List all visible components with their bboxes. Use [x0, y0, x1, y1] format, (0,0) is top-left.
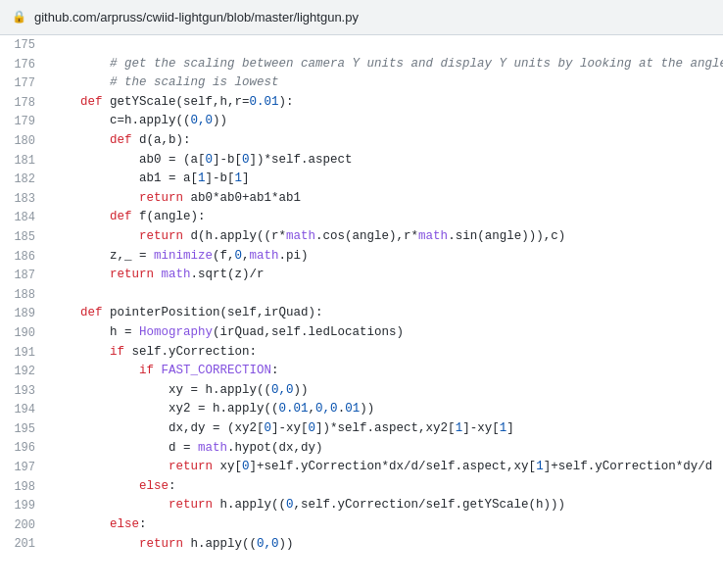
table-row: 187 return math.sqrt(z)/r — [0, 266, 723, 285]
line-content: d = math.hypot(dx,dy) — [47, 438, 723, 458]
table-row: 196 d = math.hypot(dx,dy) — [0, 438, 723, 458]
table-row: 192 if FAST_CORRECTION: — [0, 362, 723, 381]
line-content: return ab0*ab0+ab1*ab1 — [47, 189, 723, 209]
line-number: 179 — [0, 112, 47, 131]
line-number: 189 — [0, 304, 47, 323]
table-row: 201 return h.apply((0,0)) — [0, 534, 723, 554]
line-number: 180 — [0, 131, 47, 151]
line-content: # the scaling is lowest — [47, 74, 723, 93]
line-number: 197 — [0, 458, 47, 477]
url-bar[interactable]: github.com/arpruss/cwiid-lightgun/blob/m… — [34, 10, 359, 24]
line-content: dx,dy = (xy2[0]-xy[0])*self.aspect,xy2[1… — [47, 419, 723, 439]
table-row: 193 xy = h.apply((0,0)) — [0, 381, 723, 401]
table-row: 183 return ab0*ab0+ab1*ab1 — [0, 189, 723, 209]
line-content: return math.sqrt(z)/r — [47, 266, 723, 285]
line-number: 196 — [0, 438, 47, 458]
table-row: 190 h = Homography(irQuad,self.ledLocati… — [0, 323, 723, 343]
line-number: 182 — [0, 170, 47, 189]
table-row: 181 ab0 = (a[0]-b[0])*self.aspect — [0, 151, 723, 171]
table-row: 195 dx,dy = (xy2[0]-xy[0])*self.aspect,x… — [0, 419, 723, 439]
line-number: 195 — [0, 419, 47, 439]
line-content: z,_ = minimize(f,0,math.pi) — [47, 247, 723, 267]
line-content: if FAST_CORRECTION: — [47, 362, 723, 381]
line-content: c=h.apply((0,0)) — [47, 112, 723, 131]
line-number: 181 — [0, 151, 47, 171]
table-row: 186 z,_ = minimize(f,0,math.pi) — [0, 247, 723, 267]
table-row: 189 def pointerPosition(self,irQuad): — [0, 304, 723, 323]
line-number: 175 — [0, 35, 47, 55]
line-content — [47, 285, 723, 305]
table-row: 179 c=h.apply((0,0)) — [0, 112, 723, 131]
line-number: 199 — [0, 496, 47, 515]
line-content: # get the scaling between camera Y units… — [47, 55, 723, 74]
lock-icon: 🔒 — [12, 10, 26, 24]
line-number: 188 — [0, 285, 47, 305]
table-row: 185 return d(h.apply((r*math.cos(angle),… — [0, 227, 723, 247]
line-number: 178 — [0, 93, 47, 113]
code-table: 175176 # get the scaling between camera … — [0, 35, 723, 554]
line-number: 185 — [0, 227, 47, 247]
line-number: 193 — [0, 381, 47, 401]
line-content: xy = h.apply((0,0)) — [47, 381, 723, 401]
line-content: def pointerPosition(self,irQuad): — [47, 304, 723, 323]
table-row: 178 def getYScale(self,h,r=0.01): — [0, 93, 723, 113]
line-content: return d(h.apply((r*math.cos(angle),r*ma… — [47, 227, 723, 247]
table-row: 188 — [0, 285, 723, 305]
line-number: 198 — [0, 477, 47, 497]
line-content: ab1 = a[1]-b[1] — [47, 170, 723, 189]
line-number: 176 — [0, 55, 47, 74]
table-row: 176 # get the scaling between camera Y u… — [0, 55, 723, 74]
line-number: 187 — [0, 266, 47, 285]
table-row: 191 if self.yCorrection: — [0, 343, 723, 363]
table-row: 182 ab1 = a[1]-b[1] — [0, 170, 723, 189]
line-content: return h.apply((0,self.yCorrection/self.… — [47, 496, 723, 515]
line-number: 200 — [0, 515, 47, 535]
line-content: def f(angle): — [47, 208, 723, 227]
line-number: 184 — [0, 208, 47, 227]
line-content: if self.yCorrection: — [47, 343, 723, 363]
line-content: return xy[0]+self.yCorrection*dx/d/self.… — [47, 458, 723, 477]
line-number: 177 — [0, 74, 47, 93]
table-row: 177 # the scaling is lowest — [0, 74, 723, 93]
line-content: def getYScale(self,h,r=0.01): — [47, 93, 723, 113]
line-number: 186 — [0, 247, 47, 267]
table-row: 197 return xy[0]+self.yCorrection*dx/d/s… — [0, 458, 723, 477]
table-row: 180 def d(a,b): — [0, 131, 723, 151]
line-content: else: — [47, 515, 723, 535]
table-row: 175 — [0, 35, 723, 55]
line-number: 192 — [0, 362, 47, 381]
line-number: 190 — [0, 323, 47, 343]
table-row: 200 else: — [0, 515, 723, 535]
browser-bar: 🔒 github.com/arpruss/cwiid-lightgun/blob… — [0, 0, 723, 35]
line-content: xy2 = h.apply((0.01,0,0.01)) — [47, 400, 723, 419]
table-row: 198 else: — [0, 477, 723, 497]
line-content: def d(a,b): — [47, 131, 723, 151]
line-content: h = Homography(irQuad,self.ledLocations) — [47, 323, 723, 343]
table-row: 199 return h.apply((0,self.yCorrection/s… — [0, 496, 723, 515]
code-container: 175176 # get the scaling between camera … — [0, 35, 723, 588]
line-number: 183 — [0, 189, 47, 209]
table-row: 194 xy2 = h.apply((0.01,0,0.01)) — [0, 400, 723, 419]
line-number: 201 — [0, 534, 47, 554]
line-number: 191 — [0, 343, 47, 363]
line-content: return h.apply((0,0)) — [47, 534, 723, 554]
line-number: 194 — [0, 400, 47, 419]
table-row: 184 def f(angle): — [0, 208, 723, 227]
line-content — [47, 35, 723, 55]
line-content: ab0 = (a[0]-b[0])*self.aspect — [47, 151, 723, 171]
line-content: else: — [47, 477, 723, 497]
